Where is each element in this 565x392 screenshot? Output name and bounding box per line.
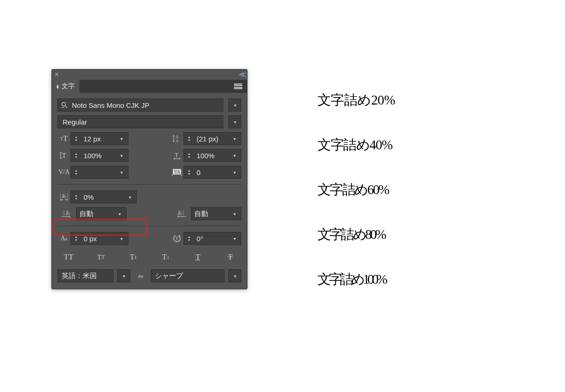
- leading-value[interactable]: (21 px): [194, 132, 228, 145]
- leading-group: AA ▴▾ (21 px) ▾: [170, 132, 241, 145]
- sample-40: 文字詰め40%: [318, 136, 395, 154]
- aki-before-group: あ 自動 ▾: [57, 207, 127, 220]
- kerning-dropdown[interactable]: ▾: [115, 166, 128, 179]
- divider: [57, 226, 241, 226]
- vscale-stepper[interactable]: ▴▾: [71, 149, 81, 162]
- tab-character[interactable]: ▴▾ 文字: [52, 80, 79, 93]
- subscript-button[interactable]: T1: [156, 251, 175, 264]
- antialias-value[interactable]: シャープ: [151, 269, 225, 282]
- search-icon: [58, 101, 71, 109]
- superscript-button[interactable]: T1: [124, 251, 142, 264]
- font-size-stepper[interactable]: ▴▾: [71, 132, 81, 145]
- tsume-dropdown[interactable]: ▾: [124, 190, 137, 203]
- rotation-value[interactable]: 0°: [194, 232, 228, 245]
- panel-titlebar: × <<: [52, 70, 247, 80]
- rotation-dropdown[interactable]: ▾: [228, 232, 241, 245]
- kerning-value[interactable]: [81, 166, 115, 179]
- font-style-dropdown[interactable]: ▾: [228, 115, 241, 128]
- tracking-value[interactable]: 0: [194, 166, 228, 179]
- baseline-shift-dropdown[interactable]: ▾: [115, 232, 128, 245]
- aki-row: あ 自動 ▾ あ 自動 ▾: [57, 207, 241, 220]
- language-dropdown[interactable]: ▾: [117, 269, 130, 282]
- svg-text:T: T: [175, 151, 178, 158]
- sample-60: 文字詰め60%: [318, 181, 395, 199]
- font-family-row: Noto Sans Mono CJK JP ▾: [57, 98, 241, 112]
- tracking-stepper[interactable]: ▴▾: [184, 166, 194, 179]
- antialias-dropdown[interactable]: ▾: [228, 269, 241, 282]
- kerning-stepper[interactable]: ▴▾: [71, 166, 81, 179]
- close-icon[interactable]: ×: [55, 71, 59, 78]
- character-panel: × << ▴▾ 文字 Noto Sans Mono CJK JP ▾ Regul…: [51, 69, 247, 289]
- vscale-value[interactable]: 100%: [81, 149, 115, 162]
- sample-list: 文字詰め20% 文字詰め40% 文字詰め60% 文字詰め80% 文字詰め100%: [318, 91, 395, 289]
- font-family-value: Noto Sans Mono CJK JP: [71, 101, 149, 109]
- rotation-group: T ▴▾ 0° ▾: [170, 232, 241, 245]
- kerning-icon: V/A: [57, 166, 71, 179]
- vscale-dropdown[interactable]: ▾: [115, 149, 128, 162]
- divider: [57, 184, 241, 185]
- aki-before-icon: あ: [57, 207, 76, 220]
- svg-line-1: [65, 106, 67, 108]
- tracking-icon: VA: [170, 166, 184, 179]
- aki-after-group: あ 自動 ▾: [172, 207, 241, 220]
- svg-text:A: A: [176, 139, 179, 143]
- sample-20: 文字詰め20%: [318, 91, 395, 110]
- size-leading-row: TT ▴▾ 12 px ▾ AA ▴▾ (21 px) ▾: [57, 132, 241, 145]
- tsume-stepper[interactable]: ▴▾: [71, 190, 81, 203]
- underline-button[interactable]: T: [189, 251, 207, 264]
- vscale-group: T ▴▾ 100% ▾: [57, 149, 128, 162]
- panel-menu-button[interactable]: [229, 80, 247, 93]
- aki-after-dropdown[interactable]: ▾: [228, 207, 241, 220]
- sample-80: 文字詰め80%: [318, 225, 395, 244]
- tab-label: 文字: [62, 82, 75, 91]
- hscale-value[interactable]: 100%: [194, 149, 228, 162]
- language-value[interactable]: 英語：米国: [57, 269, 113, 282]
- tsume-row: あ ▴▾ 0% ▾: [57, 190, 241, 203]
- hscale-stepper[interactable]: ▴▾: [184, 149, 194, 162]
- font-family-field[interactable]: Noto Sans Mono CJK JP: [57, 98, 224, 112]
- language-antialias-row: 英語：米国 ▾ aa シャープ ▾: [57, 269, 241, 282]
- aki-before-value[interactable]: 自動: [76, 207, 113, 220]
- panel-body: Noto Sans Mono CJK JP ▾ Regular ▾ TT ▴▾ …: [52, 93, 247, 289]
- all-caps-button[interactable]: TT: [59, 251, 78, 264]
- baseline-shift-stepper[interactable]: ▴▾: [71, 232, 81, 245]
- svg-text:T: T: [176, 236, 178, 241]
- baseline-shift-icon: Aa: [57, 232, 71, 245]
- tsume-group: あ ▴▾ 0% ▾: [57, 190, 137, 203]
- font-size-dropdown[interactable]: ▾: [115, 132, 128, 145]
- aki-after-icon: あ: [172, 207, 191, 220]
- scale-row: T ▴▾ 100% ▾ T ▴▾ 100% ▾: [57, 149, 241, 162]
- aki-before-dropdown[interactable]: ▾: [113, 207, 127, 220]
- svg-text:T: T: [62, 152, 66, 159]
- font-style-field[interactable]: Regular: [57, 115, 224, 128]
- tsume-icon: あ: [57, 190, 71, 203]
- strikethrough-button[interactable]: T: [221, 251, 240, 264]
- horizontal-scale-icon: T: [170, 149, 184, 162]
- leading-stepper[interactable]: ▴▾: [184, 132, 194, 145]
- rotation-stepper[interactable]: ▴▾: [184, 232, 194, 245]
- svg-text:あ: あ: [177, 210, 182, 215]
- aki-after-value[interactable]: 自動: [191, 207, 228, 220]
- kerning-group: V/A ▴▾ ▾: [57, 166, 128, 179]
- sample-100: 文字詰め100%: [318, 270, 395, 289]
- hamburger-icon: [234, 84, 242, 89]
- expand-collapse-icon: ▴▾: [56, 84, 59, 89]
- antialias-icon: aa: [134, 269, 147, 282]
- font-family-dropdown[interactable]: ▾: [228, 98, 241, 112]
- panel-tabrow: ▴▾ 文字: [52, 80, 247, 93]
- font-style-row: Regular ▾: [57, 115, 241, 128]
- svg-text:VA: VA: [174, 169, 181, 175]
- hscale-dropdown[interactable]: ▾: [228, 149, 241, 162]
- font-size-value[interactable]: 12 px: [81, 132, 115, 145]
- baseline-shift-group: Aa ▴▾ 0 px ▾: [57, 232, 128, 245]
- tracking-dropdown[interactable]: ▾: [228, 166, 241, 179]
- baseline-shift-value[interactable]: 0 px: [81, 232, 115, 245]
- small-caps-button[interactable]: TT: [92, 251, 110, 264]
- leading-dropdown[interactable]: ▾: [228, 132, 241, 145]
- svg-point-0: [62, 103, 66, 106]
- kerning-tracking-row: V/A ▴▾ ▾ VA ▴▾ 0 ▾: [57, 166, 241, 179]
- tsume-value[interactable]: 0%: [81, 190, 124, 203]
- collapse-icon[interactable]: <<: [239, 70, 244, 79]
- font-size-icon: TT: [57, 132, 71, 145]
- tracking-group: VA ▴▾ 0 ▾: [170, 166, 241, 179]
